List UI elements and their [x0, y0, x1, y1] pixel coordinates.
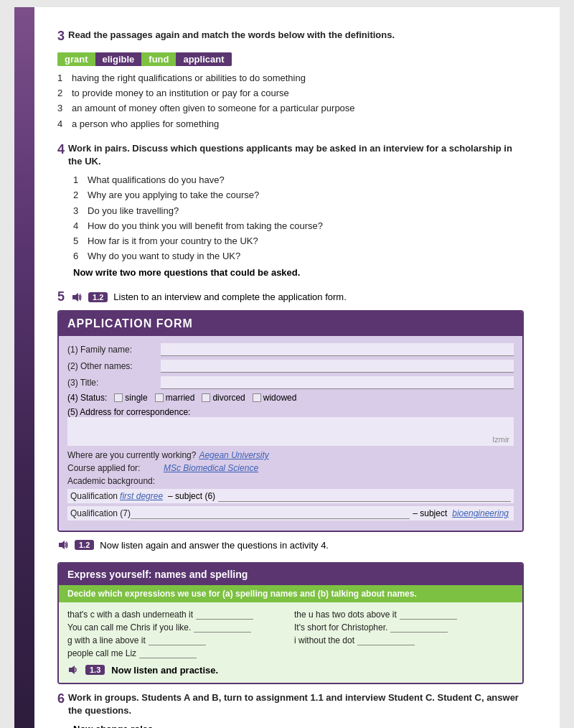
audio-badge-52: 1.2 [88, 292, 108, 302]
audio-badge-5b: 1.2 [75, 540, 94, 550]
keyword-grant: grant [57, 52, 95, 66]
list-item: 6Why do you want to study in the UK? [73, 250, 524, 263]
express-blank-1[interactable] [196, 610, 253, 620]
section-5-listen-text: Listen to an interview and complete the … [113, 291, 346, 302]
qual-2-row: Qualification (7) – subject bioengineeri… [67, 506, 514, 521]
section-5: 5 1.2 Listen to an interview and complet… [57, 289, 524, 551]
app-form-title: APPLICATION FORM [59, 312, 522, 336]
speaker-icon [71, 291, 83, 303]
express-item: that's c with a dash underneath it [67, 610, 287, 620]
where-working-value: Aegean University [199, 450, 268, 460]
where-working-row: Where are you currently working? Aegean … [67, 450, 514, 460]
express-blank-7[interactable] [139, 648, 197, 658]
section-4-title: Work in pairs. Discuss which questions a… [68, 142, 524, 168]
section-6-number: 6 [57, 691, 65, 706]
express-blank-2[interactable] [400, 610, 457, 620]
express-grid: that's c with a dash underneath it You c… [67, 610, 514, 658]
keyword-applicant: applicant [176, 52, 231, 66]
section-4-extra: Now write two more questions that could … [73, 267, 524, 278]
qual-1-label: Qualification [70, 491, 118, 501]
section-3-list: 1having the right qualifications or abil… [57, 72, 524, 131]
address-label: (5) Address for correspondence: [67, 407, 190, 417]
keyword-fund: fund [141, 52, 176, 66]
status-row: (4) Status: single married divorced [67, 393, 514, 403]
application-form: APPLICATION FORM (1) Family name: (2) Ot… [57, 310, 524, 532]
express-subheader: Decide which expressions we use for (a) … [59, 585, 522, 602]
course-value: MSc Biomedical Science [164, 463, 258, 473]
other-names-input[interactable] [161, 360, 514, 373]
keyword-eligible: eligible [95, 52, 142, 66]
express-title: Express yourself: names and spelling [59, 564, 522, 585]
express-blank-6[interactable] [357, 635, 415, 645]
list-item: 2to provide money to an institution or p… [57, 87, 524, 100]
list-item: 1having the right qualifications or abil… [57, 72, 524, 85]
express-item: You can call me Chris if you like. [67, 622, 287, 633]
qual-1-row: Qualification first degree – subject (6) [67, 489, 514, 503]
listen-practise-text: Now listen and practise. [111, 665, 218, 676]
other-names-label: (2) Other names: [67, 361, 161, 371]
section-3-number: 3 [57, 29, 65, 44]
section-3-title: Read the passages again and match the wo… [68, 29, 395, 42]
status-label: (4) Status: [67, 393, 107, 403]
section-4: 4 Work in pairs. Discuss which questions… [57, 142, 524, 279]
express-item: i without the dot [294, 635, 514, 645]
status-married[interactable]: married [155, 393, 195, 403]
keyword-bar: grant eligible fund applicant [57, 52, 232, 66]
qual-1-subject[interactable] [218, 490, 511, 502]
listen-practise-row: 1.3 Now listen and practise. [67, 664, 514, 676]
qual-1-value: first degree [120, 491, 163, 501]
svg-marker-1 [59, 541, 65, 549]
title-row: (3) Title: [67, 376, 514, 389]
list-item: 4How do you think you will benefit from … [73, 220, 524, 233]
list-item: 2Why are you applying to take the course… [73, 189, 524, 202]
checkbox-married[interactable] [155, 393, 164, 402]
express-blank-4[interactable] [390, 622, 448, 633]
express-item: g with a line above it [67, 635, 287, 645]
where-working-label: Where are you currently working? [67, 450, 196, 460]
list-item: 4a person who applies for something [57, 118, 524, 131]
section-4-number: 4 [57, 142, 65, 157]
status-single[interactable]: single [114, 393, 147, 403]
express-box: Express yourself: names and spelling Dec… [57, 562, 524, 684]
list-item: 5How far is it from your country to the … [73, 235, 524, 248]
section-5b-text: Now listen again and answer the question… [100, 540, 329, 551]
left-strip [14, 7, 34, 728]
title-label: (3) Title: [67, 378, 161, 388]
section-5b: 1.2 Now listen again and answer the ques… [57, 539, 524, 551]
express-blank-3[interactable] [194, 622, 251, 633]
svg-marker-2 [69, 666, 75, 674]
section-6-title: Work in groups. Students A and B, turn t… [68, 691, 524, 717]
address-city: Izmir [492, 435, 509, 444]
section-6: 6 Work in groups. Students A and B, turn… [57, 691, 524, 728]
qual-1-dash: – subject (6) [168, 491, 215, 501]
section-3: 3 Read the passages again and match the … [57, 29, 524, 131]
qual-2-subject: bioengineering [452, 508, 509, 518]
express-item: people call me Liz [67, 648, 287, 658]
checkbox-widowed[interactable] [253, 393, 261, 402]
express-blank-5[interactable] [149, 635, 206, 645]
express-item: It's short for Christopher. [294, 622, 514, 633]
title-input[interactable] [161, 376, 514, 389]
address-row: (5) Address for correspondence: Izmir [67, 406, 514, 446]
address-input-box[interactable]: Izmir [67, 417, 514, 446]
checkbox-single[interactable] [114, 393, 123, 402]
family-name-label: (1) Family name: [67, 345, 161, 355]
other-names-row: (2) Other names: [67, 360, 514, 373]
section-4-list: 1What qualifications do you have? 2Why a… [73, 174, 524, 263]
list-item: 3Do you like travelling? [73, 205, 524, 218]
qual-2-label: Qualification (7) [70, 508, 131, 518]
family-name-row: (1) Family name: [67, 343, 514, 356]
section-6-extra: Now change roles. [73, 724, 524, 728]
course-label: Course applied for: [67, 463, 161, 473]
list-item: 3an amount of money often given to someo… [57, 102, 524, 115]
qual-2-input[interactable] [131, 508, 410, 519]
status-divorced[interactable]: divorced [202, 393, 245, 403]
academic-header: Academic background: [67, 476, 514, 486]
family-name-input[interactable] [161, 343, 514, 356]
checkbox-divorced[interactable] [202, 393, 210, 402]
list-item: 1What qualifications do you have? [73, 174, 524, 187]
audio-badge-express: 1.3 [85, 665, 105, 675]
status-widowed[interactable]: widowed [253, 393, 297, 403]
svg-marker-0 [72, 293, 78, 302]
express-item: the u has two dots above it [294, 610, 514, 620]
